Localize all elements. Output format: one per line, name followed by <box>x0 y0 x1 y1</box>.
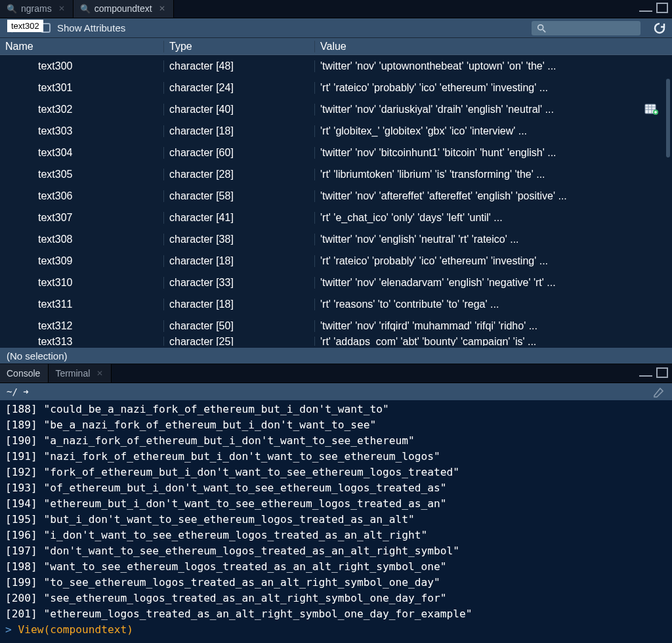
cell-type: character [33] <box>164 277 315 289</box>
table-row[interactable]: text300character [48]'twitter' 'nov' 'up… <box>0 55 672 77</box>
console-line: [199] "to_see_ethereum_logos_treated_as_… <box>5 575 667 591</box>
refresh-icon[interactable] <box>652 21 667 35</box>
table-row[interactable]: text308character [38]'twitter' 'nov' 'en… <box>0 228 672 250</box>
console-line: [201] "ethereum_logos_treated_as_an_alt_… <box>5 606 667 622</box>
go-icon[interactable]: ➜ <box>18 386 29 397</box>
cell-type: character [28] <box>164 169 315 180</box>
cell-name: text310 <box>0 277 164 289</box>
cell-name: text305 <box>0 169 164 180</box>
search-icon: 🔍 <box>7 4 17 14</box>
table-row[interactable]: text303character [18]'rt' 'globitex_' 'g… <box>0 120 672 142</box>
console-line: [193] "of_ethereum_but_i_don't_want_to_s… <box>5 480 667 496</box>
cell-type: character [18] <box>164 255 315 267</box>
console-line: [188] "could_be_a_nazi_fork_of_ethereum_… <box>5 402 667 417</box>
hover-tooltip: text302 <box>7 20 43 32</box>
table-header: Name Type Value <box>0 38 672 55</box>
table-row[interactable]: text309character [18]'rt' 'rateico' 'pro… <box>0 250 672 272</box>
top-tab-bar: 🔍 ngrams ✕ 🔍 compoundtext ✕ <box>0 0 672 18</box>
cell-name: text313 <box>0 337 164 346</box>
table-row[interactable]: text302character [40]'twitter' 'nov' 'da… <box>0 98 672 120</box>
table-row[interactable]: text310character [33]'twitter' 'nov' 'el… <box>0 272 672 293</box>
cell-name: text300 <box>0 60 164 72</box>
working-directory: ~/ ➜ <box>7 386 29 397</box>
cell-value: 'twitter' 'nov' 'aftereffet' 'aftereffet… <box>315 190 672 202</box>
bottom-tab-bar: Console Terminal ✕ <box>0 365 672 383</box>
maximize-icon[interactable] <box>656 3 668 13</box>
console-line: [191] "nazi_fork_of_ethereum_but_i_don't… <box>5 449 667 465</box>
minimize-icon[interactable] <box>639 7 652 12</box>
column-header-name[interactable]: Name <box>0 41 164 52</box>
cell-value: 'rt' 'addaps_com' 'abt' 'bounty' 'campai… <box>315 337 672 346</box>
cell-value: 'rt' 'e_chat_ico' 'only' 'days' 'left' '… <box>315 212 672 224</box>
table-row[interactable]: text301character [24]'rt' 'rateico' 'pro… <box>0 77 672 98</box>
table-row[interactable]: text307character [41]'rt' 'e_chat_ico' '… <box>0 207 672 228</box>
tab-console[interactable]: Console <box>0 364 49 383</box>
table-row[interactable]: text312character [50]'twitter' 'nov' 'ri… <box>0 315 672 337</box>
selection-status: (No selection) <box>0 348 672 363</box>
viewer-toolbar: Show Attributes <box>0 18 672 38</box>
tab-terminal[interactable]: Terminal ✕ <box>49 364 112 383</box>
tab-label: Console <box>7 368 40 379</box>
cell-type: character [60] <box>164 147 315 159</box>
svg-point-0 <box>538 24 543 30</box>
table-row[interactable]: text306character [58]'twitter' 'nov' 'af… <box>0 185 672 207</box>
cell-value: 'rt' 'reasons' 'to' 'contribute' 'to' 'r… <box>315 299 672 310</box>
search-icon: 🔍 <box>80 4 91 14</box>
view-table-icon[interactable] <box>644 104 659 115</box>
table-row[interactable]: text305character [28]'rt' 'libriumtoken'… <box>0 163 672 185</box>
console-line: [190] "a_nazi_fork_of_ethereum_but_i_don… <box>5 433 667 449</box>
console-line: [200] "see_ethereum_logos_treated_as_an_… <box>5 591 667 606</box>
tab-label: compoundtext <box>94 3 152 14</box>
table-body[interactable]: text300character [48]'twitter' 'nov' 'up… <box>0 55 672 348</box>
cell-value: 'rt' 'rateico' 'probably' 'ico' 'ethereu… <box>315 82 672 94</box>
minimize-icon[interactable] <box>639 371 652 377</box>
console-line: [196] "i_don't_want_to_see_ethereum_logo… <box>5 528 667 543</box>
close-icon[interactable]: ✕ <box>96 369 103 378</box>
table-row[interactable]: text313character [25]'rt' 'addaps_com' '… <box>0 337 672 346</box>
cell-value: 'rt' 'libriumtoken' 'librium' 'is' 'tran… <box>315 169 672 180</box>
cell-type: character [41] <box>164 212 315 224</box>
console-line: [197] "don't_want_to_see_ethereum_logos_… <box>5 543 667 559</box>
cell-type: character [40] <box>164 104 315 115</box>
cell-value: 'twitter' 'nov' 'bitcoinhunt1' 'bitcoin'… <box>315 147 672 159</box>
console-line: [194] "ethereum_but_i_don't_want_to_see_… <box>5 496 667 512</box>
console-prompt-line[interactable]: > View(compoundtext) <box>5 622 667 638</box>
cell-value: 'twitter' 'nov' 'dariuskiyal' 'draih' 'e… <box>315 104 672 115</box>
cell-name: text312 <box>0 320 164 332</box>
svg-line-1 <box>543 30 545 32</box>
tab-compoundtext[interactable]: 🔍 compoundtext ✕ <box>74 0 174 18</box>
cell-name: text311 <box>0 299 164 310</box>
clear-console-icon[interactable] <box>652 386 665 400</box>
console-line: [195] "but_i_don't_want_to_see_ethereum_… <box>5 512 667 528</box>
show-attributes-label: Show Attributes <box>57 22 125 33</box>
tab-label: Terminal <box>55 368 90 379</box>
column-header-type[interactable]: Type <box>164 41 315 52</box>
console-output[interactable]: [188] "could_be_a_nazi_fork_of_ethereum_… <box>0 400 672 643</box>
cell-type: character [50] <box>164 320 315 332</box>
close-icon[interactable]: ✕ <box>159 4 165 13</box>
cell-name: text308 <box>0 234 164 245</box>
cell-name: text301 <box>0 82 164 94</box>
maximize-icon[interactable] <box>656 367 668 378</box>
cell-type: character [18] <box>164 125 315 137</box>
cell-type: character [58] <box>164 190 315 202</box>
cell-name: text304 <box>0 147 164 159</box>
console-pane: Console Terminal ✕ ~/ ➜ [188] "could_be_… <box>0 365 672 643</box>
column-header-value[interactable]: Value <box>315 41 672 52</box>
cell-type: character [18] <box>164 299 315 310</box>
console-line: [198] "want_to_see_ethereum_logos_treate… <box>5 559 667 575</box>
cell-value: 'twitter' 'nov' 'rifqird' 'muhammad' 'ri… <box>315 320 672 332</box>
cell-value: 'rt' 'rateico' 'probably' 'ico' 'ethereu… <box>315 255 672 267</box>
tab-ngrams[interactable]: 🔍 ngrams ✕ <box>0 0 74 18</box>
data-viewer-pane: 🔍 ngrams ✕ 🔍 compoundtext ✕ text302 <box>0 0 672 365</box>
cell-value: 'rt' 'globitex_' 'globitex' 'gbx' 'ico' … <box>315 125 672 137</box>
cell-name: text307 <box>0 212 164 224</box>
console-toolbar: ~/ ➜ <box>0 383 672 400</box>
cell-value: 'twitter' 'nov' 'english' 'neutral' 'rt'… <box>315 234 672 245</box>
table-row[interactable]: text304character [60]'twitter' 'nov' 'bi… <box>0 142 672 163</box>
search-input[interactable] <box>532 21 640 35</box>
close-icon[interactable]: ✕ <box>58 4 65 13</box>
console-line: [189] "be_a_nazi_fork_of_ethereum_but_i_… <box>5 417 667 433</box>
table-row[interactable]: text311character [18]'rt' 'reasons' 'to'… <box>0 293 672 315</box>
cell-name: text303 <box>0 125 164 137</box>
